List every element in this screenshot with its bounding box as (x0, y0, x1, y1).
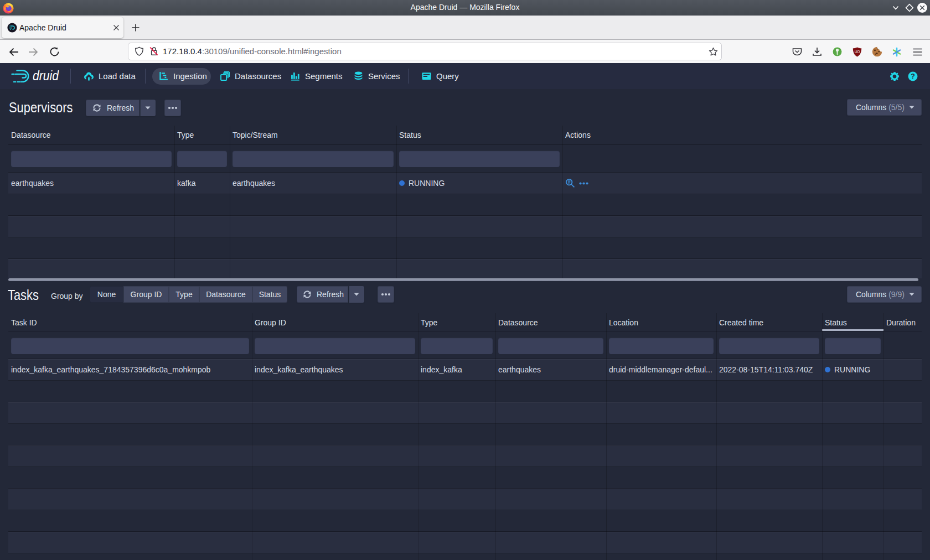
svg-text:UO: UO (855, 50, 860, 54)
svg-text:?: ? (911, 72, 915, 80)
